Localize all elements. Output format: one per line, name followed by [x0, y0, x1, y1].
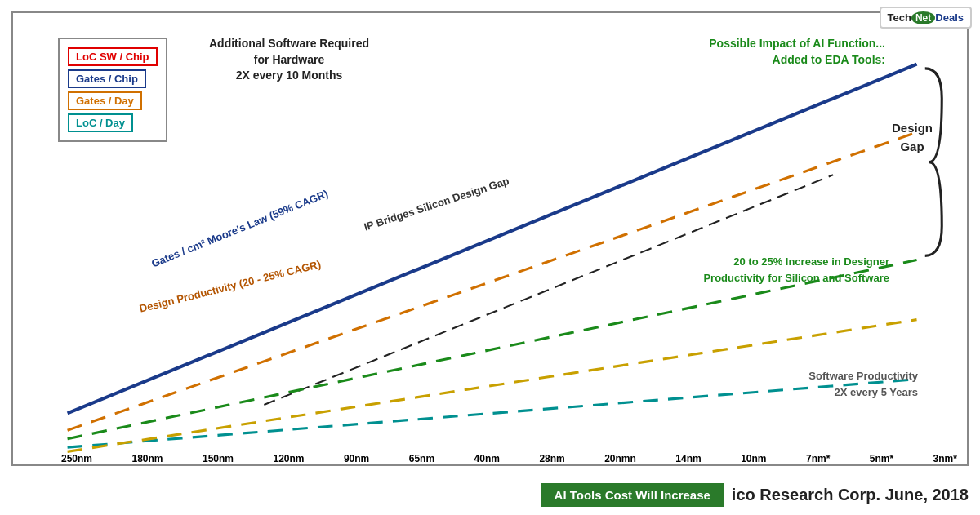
x-label-250: 250nm [61, 453, 92, 464]
annotation-sw-required: Additional Software Requiredfor Hardware… [209, 36, 369, 84]
annotation-20-25-increase: 20 to 25% Increase in DesignerProductivi… [703, 254, 889, 286]
legend-label-gates-chip: Gates / Chip [68, 69, 146, 88]
legend-label-gates-day: Gates / Day [68, 91, 142, 110]
footer-credit: ico Research Corp. June, 2018 [732, 486, 969, 504]
x-label-180: 180nm [131, 453, 163, 464]
x-label-65: 65nm [409, 453, 434, 464]
logo-area: TechNetDeals [880, 7, 972, 29]
footer: AI Tools Cost Will Increase ico Research… [11, 483, 969, 507]
x-label-20: 20nmn [604, 453, 636, 464]
x-label-5: 5nm* [870, 453, 893, 464]
legend-item-loc-day: LoC / Day [68, 113, 158, 132]
x-label-40: 40nm [474, 453, 500, 464]
main-container: TechNetDeals Productivity / Complexity [0, 0, 980, 515]
legend-item-gates-chip: Gates / Chip [68, 69, 158, 88]
x-label-3: 3nm* [933, 453, 957, 464]
x-label-90: 90nm [344, 453, 369, 464]
chart-area: Productivity / Complexity LoC SW / Chip [11, 11, 969, 466]
x-label-150: 150nm [203, 453, 234, 464]
annotation-ai-impact: Possible Impact of AI Function...Added t… [709, 36, 885, 68]
legend-label-loc-sw: LoC SW / Chip [68, 47, 158, 66]
annotation-software-productivity: Software Productivity2X every 5 Years [808, 368, 918, 400]
legend-box: LoC SW / Chip Gates / Chip Gates / Day L… [58, 38, 167, 142]
x-label-28: 28nm [539, 453, 564, 464]
annotation-design-gap: DesignGap [892, 119, 933, 156]
x-axis-labels: 250nm 180nm 150nm 120nm 90nm 65nm 40nm 2… [61, 453, 957, 464]
legend-item-gates-day: Gates / Day [68, 91, 158, 110]
x-label-120: 120nm [273, 453, 304, 464]
logo-tech: Tech [888, 11, 911, 24]
logo-deals: Deals [935, 11, 964, 24]
legend-item-loc-sw: LoC SW / Chip [68, 47, 158, 66]
footer-badge: AI Tools Cost Will Increase [541, 483, 724, 507]
x-label-14: 14nm [675, 453, 701, 464]
legend-label-loc-day: LoC / Day [68, 113, 133, 132]
x-label-7: 7nm* [806, 453, 830, 464]
logo-box: TechNetDeals [880, 7, 972, 29]
logo-net: Net [911, 11, 935, 24]
x-label-10: 10nm [741, 453, 766, 464]
